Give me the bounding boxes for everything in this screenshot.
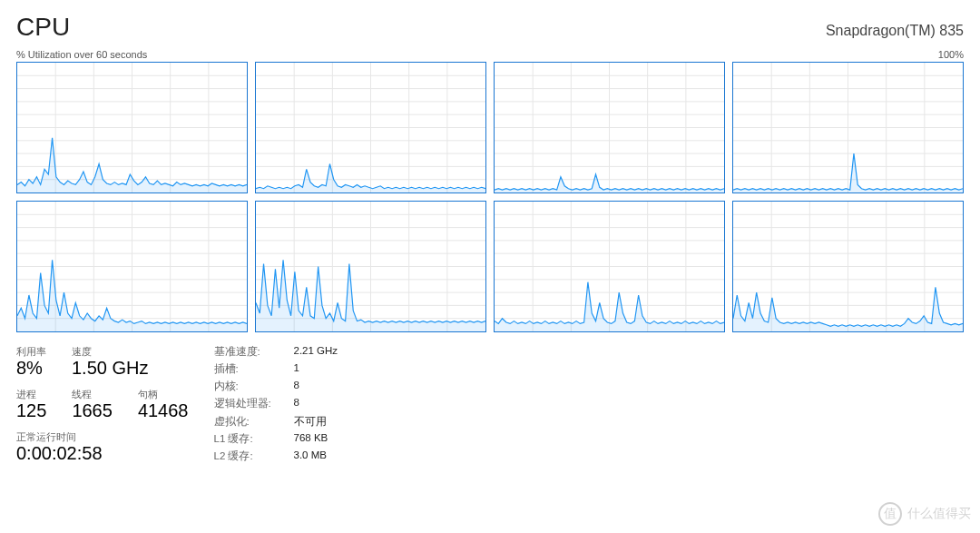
detail-sockets-label: 插槽: xyxy=(214,362,278,377)
detail-virtualization-label: 虚拟化: xyxy=(214,415,278,429)
stats-left-column: 利用率 8% 速度 1.50 GHz 进程 125 线程 1665 句柄 414… xyxy=(16,345,189,464)
page-title: CPU xyxy=(16,13,70,42)
stat-speed: 速度 1.50 GHz xyxy=(72,345,148,379)
detail-cores-value: 8 xyxy=(294,380,338,394)
stat-utilization: 利用率 8% xyxy=(16,345,46,379)
detail-base-speed-value: 2.21 GHz xyxy=(294,345,338,360)
cpu-core-chart-2 xyxy=(494,62,725,193)
header: CPU Snapdragon(TM) 835 xyxy=(16,13,964,42)
cpu-core-chart-5 xyxy=(255,201,486,332)
cpu-core-chart-7 xyxy=(732,201,964,332)
chart-axis-labels: % Utilization over 60 seconds 100% xyxy=(16,49,964,60)
detail-l2-label: L2 缓存: xyxy=(214,449,278,464)
axis-left-label: % Utilization over 60 seconds xyxy=(16,49,147,60)
watermark-text: 什么值得买 xyxy=(907,506,971,522)
cpu-model: Snapdragon(TM) 835 xyxy=(826,23,964,39)
watermark-badge-icon: 值 xyxy=(878,502,902,526)
stats-section: 利用率 8% 速度 1.50 GHz 进程 125 线程 1665 句柄 414… xyxy=(16,345,964,464)
cpu-core-chart-3 xyxy=(732,62,964,193)
detail-base-speed-label: 基准速度: xyxy=(214,345,278,360)
detail-sockets-value: 1 xyxy=(294,362,338,377)
detail-l1-value: 768 KB xyxy=(294,432,338,447)
cpu-core-chart-0 xyxy=(16,62,248,193)
cpu-core-chart-1 xyxy=(255,62,486,193)
watermark: 值 什么值得买 xyxy=(878,502,971,526)
detail-cores-label: 内核: xyxy=(214,380,278,394)
detail-logical-label: 逻辑处理器: xyxy=(214,397,278,411)
detail-virtualization-value: 不可用 xyxy=(294,415,338,429)
detail-l1-label: L1 缓存: xyxy=(214,432,278,447)
stat-handles: 句柄 41468 xyxy=(138,388,189,421)
stats-detail-table: 基准速度: 2.21 GHz 插槽: 1 内核: 8 逻辑处理器: 8 虚拟化:… xyxy=(214,345,338,464)
detail-l2-value: 3.0 MB xyxy=(294,449,338,464)
cpu-core-chart-6 xyxy=(494,201,725,332)
axis-right-label: 100% xyxy=(938,49,964,60)
cpu-core-charts xyxy=(16,62,964,332)
stat-processes: 进程 125 xyxy=(16,388,46,421)
stat-threads: 线程 1665 xyxy=(72,388,113,421)
stat-uptime: 正常运行时间 0:00:02:58 xyxy=(16,430,189,464)
cpu-core-chart-4 xyxy=(16,201,248,332)
detail-logical-value: 8 xyxy=(294,397,338,411)
